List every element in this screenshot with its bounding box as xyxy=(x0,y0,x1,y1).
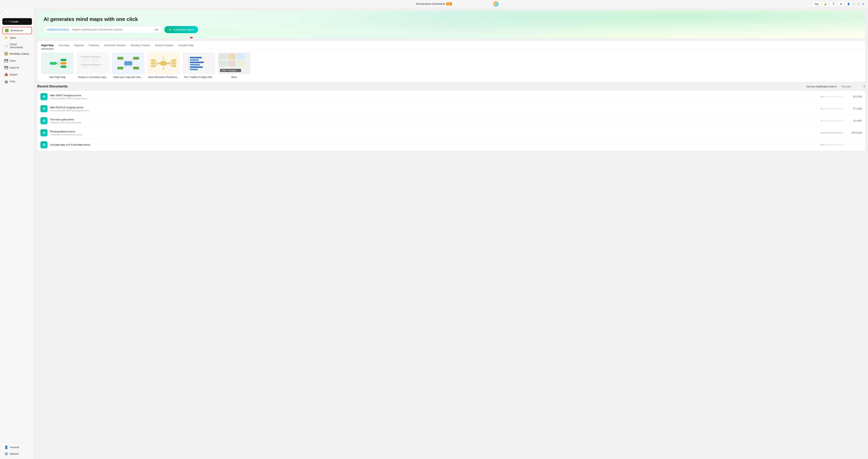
sidebar-item-label: Export xyxy=(10,73,18,76)
user-button[interactable]: 👤 xyxy=(845,1,852,7)
avatar[interactable] xyxy=(493,1,499,7)
svg-rect-48 xyxy=(190,69,198,70)
svg-line-2 xyxy=(57,60,61,63)
titlebar: Wondershare EdrawMind Pro App 🔔 ❓ ⊞ 👤 — … xyxy=(0,0,868,8)
hero-search-input[interactable] xyxy=(72,28,150,31)
doc-row[interactable]: Nike SWOT Analysis.emmx >Personal>Nike S… xyxy=(37,91,865,103)
svg-rect-49 xyxy=(219,54,227,60)
sidebar-item-label: Save xyxy=(10,59,16,62)
doc-bar-wrap xyxy=(820,132,844,133)
tab-wtimeline[interactable]: Winding Timeline xyxy=(131,44,150,49)
svg-rect-53 xyxy=(228,61,236,66)
template-card-habits[interactable]: The 7 Habits of Highly Effe... xyxy=(183,53,215,79)
svg-rect-26 xyxy=(133,67,139,69)
sidebar-item-options[interactable]: ⚙️ Options xyxy=(2,451,32,457)
sort-button[interactable]: Sort by modification time ▾ xyxy=(806,85,837,88)
template-label: Analyze e-commerce copy... xyxy=(76,76,109,79)
list-toggle-button[interactable]: ≡ xyxy=(864,85,865,88)
doc-row[interactable]: Photosynthesis.emmx >Personal>Photosynth… xyxy=(37,127,865,139)
template-card-new-right-map[interactable]: New Right Map xyxy=(41,53,74,79)
tab-bar: Right Map Tree Map Orgchart Fishbone Hor… xyxy=(37,41,865,49)
template-card-ecommerce[interactable]: Analyze e-commerce copy... xyxy=(76,53,109,79)
main-content: AI generates mind maps with one click In… xyxy=(34,8,868,459)
doc-row[interactable]: Concept Map of A Food Web.emmx xyxy=(37,139,865,151)
analysis-tag[interactable]: Intelligent file Analysis xyxy=(46,28,70,31)
create-label: + Create xyxy=(8,20,18,23)
doc-bar-wrap xyxy=(820,120,844,122)
doc-row[interactable]: The rock cycle.emmx >Personal>The rock c… xyxy=(37,115,865,127)
svg-rect-50 xyxy=(228,54,236,60)
template-thumb xyxy=(147,53,180,74)
back-button[interactable]: ← xyxy=(2,10,9,16)
sidebar-bottom: 👤 Account ⚙️ Options xyxy=(0,442,34,459)
sidebar-top: ← ＋ + Create 🟩 Workbench 📁 Open ☁️ Cloud… xyxy=(0,8,34,87)
doc-name: Concept Map of A Food Web.emmx xyxy=(50,143,818,146)
doc-info: Concept Map of A Food Web.emmx xyxy=(50,143,818,147)
grid-button[interactable]: ⊞ xyxy=(838,1,844,7)
tab-right-map[interactable]: Right Map xyxy=(41,44,54,49)
hero-bg-decor xyxy=(37,11,865,38)
doc-size: 18.44KB xyxy=(846,119,862,122)
sidebar-item-save[interactable]: 💾 Save xyxy=(2,57,32,64)
svg-rect-38 xyxy=(151,65,156,67)
list-view-icon: ≡ xyxy=(864,85,865,88)
app-button[interactable]: App xyxy=(812,1,821,7)
help-button[interactable]: ❓ xyxy=(830,1,837,7)
sidebar-item-label: Workbench xyxy=(10,29,23,32)
maximize-button[interactable]: □ xyxy=(857,2,860,5)
svg-point-58 xyxy=(42,131,45,134)
doc-bar xyxy=(820,108,822,110)
doc-icon xyxy=(40,117,48,124)
svg-rect-24 xyxy=(133,57,139,60)
sidebar-item-print[interactable]: 🖨️ Print xyxy=(2,78,32,85)
tab-vtimeline[interactable]: Vertical Timeline xyxy=(155,44,174,49)
options-icon: ⚙️ xyxy=(4,452,8,456)
create-button[interactable]: ＋ + Create xyxy=(2,18,32,25)
tab-orgchart[interactable]: Orgchart xyxy=(74,44,84,49)
go-button[interactable]: → Go xyxy=(150,27,161,32)
app-name: Wondershare EdrawMind xyxy=(416,2,445,5)
sidebar-item-label: Cloud Documents xyxy=(10,43,30,49)
svg-rect-40 xyxy=(172,62,176,64)
doc-icon xyxy=(40,105,48,112)
template-thumb xyxy=(41,53,74,74)
svg-rect-23 xyxy=(117,57,123,60)
svg-point-56 xyxy=(42,107,45,110)
templates-section: Right Map Tree Map Orgchart Fishbone Hor… xyxy=(37,41,865,82)
svg-rect-9 xyxy=(81,58,89,60)
svg-point-27 xyxy=(160,61,167,66)
notification-button[interactable]: 🔔 xyxy=(822,1,829,7)
sidebar-item-gallery[interactable]: 🖼️ MindMap Gallery xyxy=(2,51,32,57)
template-card-work[interactable]: Make your map work stan... xyxy=(112,53,145,79)
tab-htimeline[interactable]: Horizontal Timeline xyxy=(104,44,126,49)
tab-creative-map[interactable]: Creative Map xyxy=(178,44,193,49)
tab-fishbone[interactable]: Fishbone xyxy=(89,44,99,49)
template-thumb: 25W+ Template → xyxy=(218,53,250,74)
doc-row[interactable]: Nike PESTLE Analysis.emmx >Personal>Nike… xyxy=(37,103,865,115)
svg-point-55 xyxy=(42,95,45,98)
window-controls: — □ ✕ xyxy=(852,2,865,5)
doc-icon xyxy=(40,93,48,100)
tab-tree-map[interactable]: Tree Map xyxy=(58,44,69,49)
file-size-label: File size xyxy=(841,85,851,88)
hero-input-row: Intelligent file Analysis → Go ⚡ Inspira… xyxy=(43,26,859,33)
close-button[interactable]: ✕ xyxy=(862,2,865,5)
template-card-dawn[interactable]: Dawn Blossoms Plucked at... xyxy=(147,53,180,79)
sidebar-item-saveas[interactable]: 💾 Save As xyxy=(2,64,32,71)
sidebar-item-open[interactable]: 📁 Open xyxy=(2,34,32,41)
svg-rect-37 xyxy=(151,62,156,64)
sidebar-item-export[interactable]: 📤 Export xyxy=(2,71,32,78)
minimize-button[interactable]: — xyxy=(852,2,856,5)
sidebar-item-label: Options xyxy=(10,452,19,455)
sidebar-item-workbench[interactable]: 🟩 Workbench xyxy=(2,27,32,34)
svg-rect-5 xyxy=(61,59,66,61)
save-icon: 💾 xyxy=(4,59,8,63)
titlebar-actions: App 🔔 ❓ ⊞ 👤 xyxy=(812,1,852,7)
inspiration-button[interactable]: ⚡ Inspiration space xyxy=(164,26,198,33)
template-card-more[interactable]: 25W+ Template → More xyxy=(218,53,250,79)
sort-label: Sort by modification time xyxy=(806,85,834,88)
template-label: Dawn Blossoms Plucked at... xyxy=(147,76,180,79)
sidebar-item-cloud[interactable]: ☁️ Cloud Documents xyxy=(2,41,32,50)
doc-bar-wrap xyxy=(820,108,844,110)
sidebar-item-account[interactable]: 👤 Account xyxy=(2,444,32,451)
